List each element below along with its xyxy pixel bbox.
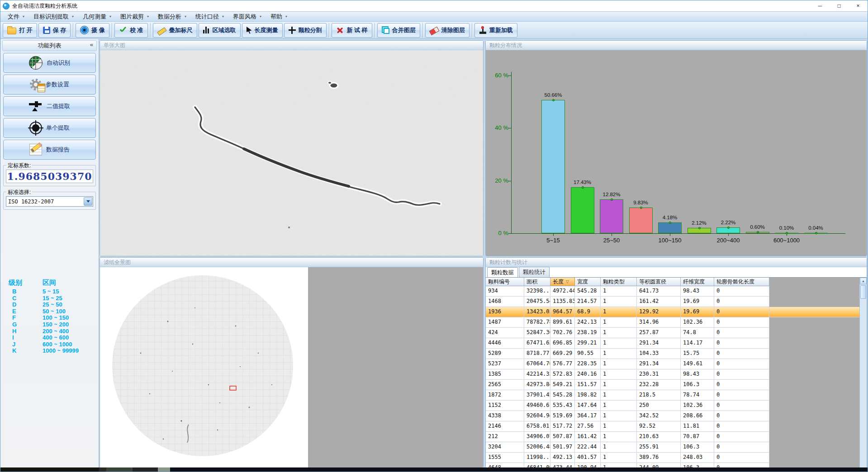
sort-descending-icon: ▽	[566, 278, 569, 286]
cell: 106.3	[681, 442, 714, 452]
chevron-down-icon: ▾	[109, 14, 111, 19]
menu-item-image-crop[interactable]: 图片裁剪▾	[116, 12, 153, 21]
tab-particle-stats[interactable]: 颗粒统计	[519, 267, 550, 277]
table-row[interactable]: 320452006.48501.97222.441255.91106.30	[486, 442, 769, 453]
cell: 19.69	[681, 297, 714, 307]
collapse-sidebar-button[interactable]: «	[90, 41, 93, 48]
sidebar-button-binary-extract[interactable]: 二值提取	[3, 96, 96, 116]
level-code: D	[4, 302, 43, 308]
cell: 228.35	[575, 359, 601, 369]
table-row[interactable]: 444667471.63696.85299.211291.34114.170	[486, 338, 769, 349]
cell: 149.61	[681, 359, 714, 369]
cell: 0	[714, 338, 769, 348]
dropdown-arrow-icon[interactable]	[84, 197, 92, 206]
close-button[interactable]: ×	[849, 1, 868, 11]
cell: 67064.76	[524, 359, 550, 369]
app-logo-icon	[3, 3, 9, 9]
toolbar-button-merge-layers[interactable]: 合并图层	[377, 23, 420, 38]
sidebar-button-auto-recognize[interactable]: 自动识别	[3, 53, 96, 73]
toolbar-button-new-sample[interactable]: 新 试 样	[332, 23, 372, 38]
table-row[interactable]: 21234906.07507.87161.421210.6370.870	[486, 432, 769, 442]
pencil-report-icon	[29, 144, 42, 156]
column-header-8[interactable]: 轮廓骨骼化长度	[714, 278, 769, 286]
toolbar-button-open[interactable]: 打 开	[3, 23, 37, 38]
cell: 2146	[486, 421, 524, 431]
scroll-up-icon[interactable]: ▲	[860, 278, 867, 284]
cell: 401.57	[575, 453, 601, 463]
table-row[interactable]: 115249460.6535.43147.641250102.360	[486, 401, 769, 411]
column-header-6[interactable]: 等积圆直径	[637, 278, 681, 286]
column-header-5[interactable]: 颗粒类型	[601, 278, 637, 286]
level-code: G	[4, 321, 43, 328]
level-row: I400 ~ 600	[4, 335, 95, 341]
menu-item-target-extract[interactable]: 目标识别提取▾	[29, 12, 78, 21]
table-row[interactable]: 148778782.78899.61242.131314.96102.360	[486, 317, 769, 328]
toolbar-separator	[73, 23, 73, 38]
threshold-slider-icon	[29, 101, 43, 111]
cell: 238.19	[575, 328, 601, 338]
table-row[interactable]: 52898718.77669.2990.551104.3315.750	[486, 349, 769, 359]
menu-item-geometry-measure[interactable]: 几何测量▾	[78, 12, 116, 21]
sidebar-button-single-extract[interactable]: 单个提取	[3, 118, 96, 138]
maximize-button[interactable]: □	[830, 1, 849, 11]
table-row[interactable]: 187237901.45545.28198.821218.578.740	[486, 390, 769, 401]
cell: 147.64	[575, 401, 601, 411]
column-header-4[interactable]: 宽度	[575, 278, 601, 286]
sidebar-button-param-settings[interactable]: 参数设置	[3, 75, 96, 94]
toolbar-button-save[interactable]: 保 存	[38, 23, 71, 38]
sidebar-button-data-report[interactable]: 数据报告	[3, 140, 96, 160]
cell: 364.17	[575, 411, 601, 421]
toolbar-button-label: 打 开	[19, 26, 33, 34]
cell: 1	[601, 453, 637, 463]
menu-item-file[interactable]: 文件▾	[3, 12, 29, 21]
menu-item-data-analysis[interactable]: 数据分析▾	[153, 12, 191, 21]
minimize-button[interactable]: ─	[811, 1, 830, 11]
table-row[interactable]: 138542214.33572.83240.161230.3198.430	[486, 369, 769, 380]
table-row[interactable]: 42452847.36702.76238.191257.8774.80	[486, 328, 769, 338]
table-row[interactable]: 93432398...4972.44545.281641.7398.430	[486, 286, 769, 297]
cell: 572.83	[550, 369, 575, 379]
chevron-down-icon: ▾	[72, 14, 74, 19]
scrollbar-thumb[interactable]	[860, 285, 866, 299]
level-code: J	[4, 341, 43, 348]
title-bar: 全自动清洁度颗粒分析系统 ─ □ ×	[0, 0, 868, 11]
toolbar-button-particle-split[interactable]: 颗粒分割	[284, 23, 327, 38]
toolbar-button-reload[interactable]: 重新加载	[474, 23, 517, 38]
table-row[interactable]: 433892604.94519.69364.171342.52208.660	[486, 411, 769, 421]
toolbar-button-camera[interactable]: 摄 像	[76, 23, 109, 38]
menu-item-statistics-caliber[interactable]: 统计口径▾	[191, 12, 228, 21]
auto-recognize-icon	[29, 56, 43, 70]
save-floppy-icon	[43, 27, 50, 34]
table-row[interactable]: 256542973.84549.21151.571232.28106.30	[486, 380, 769, 390]
cell: 545.28	[550, 390, 575, 400]
column-header-7[interactable]: 纤维宽度	[681, 278, 714, 286]
column-header-2[interactable]: 面积	[524, 278, 550, 286]
toolbar-button-clear-layers[interactable]: 清除图层	[425, 23, 470, 38]
table-row[interactable]: 21466758.01517.7227.56192.5211.810	[486, 421, 769, 432]
cell: 0	[714, 401, 769, 411]
cell: 248.03	[681, 453, 714, 463]
table-scrollbar[interactable]: ▲	[859, 278, 867, 468]
tab-particle-data[interactable]: 颗粒数据	[487, 267, 518, 278]
menu-item-ui-style[interactable]: 界面风格▾	[228, 12, 266, 21]
toolbar-separator	[422, 23, 423, 38]
toolbar-button-region-select[interactable]: 区域选取	[199, 23, 241, 38]
cell: 492.13	[550, 453, 575, 463]
filter-overview-view[interactable]	[100, 267, 483, 468]
table-row[interactable]: 146820475.541135.83214.571161.4219.690	[486, 297, 769, 307]
sidebar-button-label: 自动识别	[47, 59, 70, 67]
toolbar-button-length-measure[interactable]: 长度测量	[242, 23, 283, 38]
column-header-1[interactable]: 颗料编号	[486, 278, 524, 286]
menu-item-help[interactable]: 帮助▾	[266, 12, 292, 21]
table-row[interactable]: 155511998...492.13401.571389.76248.030	[486, 453, 769, 463]
standard-select[interactable]: ISO 16232-2007	[6, 196, 93, 207]
single-image-view[interactable]	[100, 50, 483, 256]
table-row[interactable]: 523767064.76576.77228.351291.34149.610	[486, 359, 769, 369]
toolbar-button-overlay-ruler[interactable]: 叠加标尺	[153, 23, 197, 38]
cell: 696.85	[550, 338, 575, 348]
bar-value-label: 50.66%	[544, 92, 562, 98]
toolbar-button-label: 合并图层	[392, 26, 416, 34]
table-row[interactable]: 193613423.03964.5768.91129.9219.690	[486, 307, 860, 317]
toolbar-button-calibrate[interactable]: 校 准	[114, 23, 148, 38]
column-header-3[interactable]: 长度▽	[550, 278, 575, 286]
